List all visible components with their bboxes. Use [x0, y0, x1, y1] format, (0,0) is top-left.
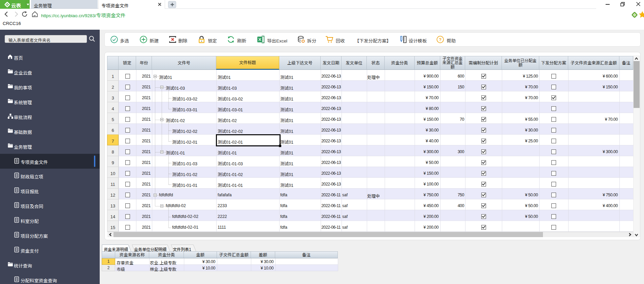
svg-text:?: ?	[439, 37, 442, 42]
